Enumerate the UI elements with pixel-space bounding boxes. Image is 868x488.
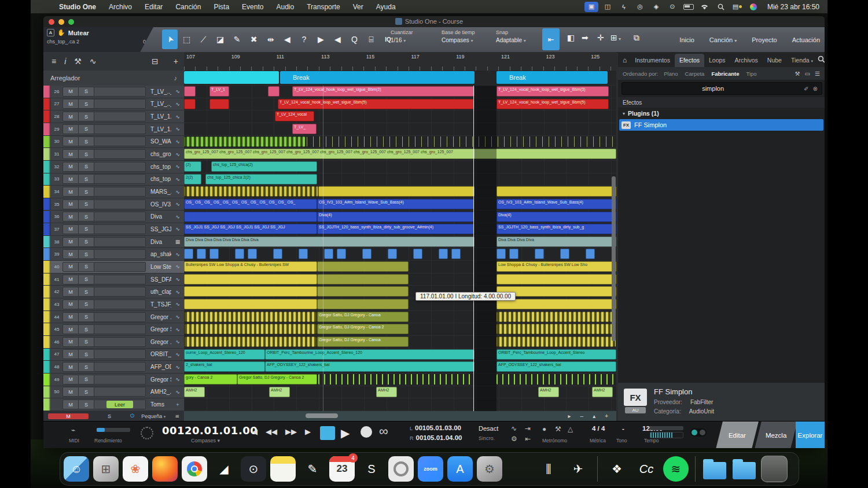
rewind-button[interactable]: ◀◀ — [266, 427, 277, 436]
horizontal-scrollbar[interactable] — [306, 413, 338, 418]
track-mute-button[interactable]: M — [62, 136, 79, 146]
audio-clip[interactable]: Gregor Satto, DJ Gregory - Canoa 2 — [237, 374, 317, 385]
track-mute-button[interactable]: M — [62, 124, 79, 134]
arrangement-area[interactable]: T_LV_1T_LV_124_vocal_hook_loop_wet_sigue… — [184, 86, 616, 411]
track-row-41[interactable]: 41MSSS_DFA_..live∿ — [43, 273, 184, 286]
notes-icon[interactable] — [270, 456, 296, 482]
track-mute-button[interactable]: M — [62, 287, 79, 297]
audio-clip[interactable]: OS_IV3_103_A#m_Island_Wave_Sub_Bass(4) — [317, 199, 475, 209]
range-tool[interactable]: ⬚ — [179, 29, 194, 49]
eraser-tool[interactable]: ◪ — [212, 29, 228, 49]
track-solo-button[interactable]: S — [79, 112, 94, 121]
audio-clip[interactable] — [184, 337, 317, 347]
track-row-46[interactable]: 46MSGregor ..noa∿ — [43, 336, 184, 349]
audio-clip[interactable]: T_LV_124_vocal — [275, 111, 314, 121]
browser-search-field[interactable]: simplon ✐ ⊗ — [621, 82, 822, 95]
track-solo-button[interactable]: S — [79, 337, 94, 347]
mezcla-page-button[interactable]: Mezcla — [755, 422, 797, 448]
track-extra-area[interactable] — [94, 237, 146, 247]
audio-clip[interactable] — [388, 249, 397, 259]
marker-in-icon[interactable]: ⇥ — [525, 424, 531, 432]
track-mute-button[interactable]: M — [62, 162, 79, 172]
audio-clip[interactable]: AMH2 — [184, 387, 205, 397]
loop-start-time[interactable]: L00105.01.03.00 — [410, 424, 461, 431]
bolt-icon[interactable]: ϟ — [617, 2, 631, 12]
sync-wave-icon[interactable]: ∿ — [511, 424, 517, 432]
zoom-tool[interactable]: Q — [347, 29, 362, 49]
inspector-icon[interactable]: i — [64, 57, 66, 66]
track-row-26[interactable]: 26MST_LV_.._Bbm∿ — [43, 86, 184, 98]
menu-item-evento[interactable]: Evento — [236, 3, 270, 11]
track-row-31[interactable]: 31MSchs_gro.._007∿ — [43, 148, 184, 161]
track-extra-area[interactable] — [94, 249, 146, 259]
track-solo-button[interactable]: S — [79, 136, 94, 146]
browser-tab-loops[interactable]: Loops — [704, 54, 730, 67]
creative-cloud-icon[interactable]: ◎ — [633, 2, 647, 12]
track-extra-area[interactable]: Leer — [94, 400, 146, 409]
page-cancion[interactable]: Canción ▾ — [709, 36, 737, 43]
track-mute-button[interactable]: M — [62, 387, 79, 397]
audio-clip[interactable]: Gregor Satto, DJ Gregory - Canoa — [317, 337, 409, 347]
screen-sharing-icon[interactable]: ▣ — [584, 2, 598, 12]
audio-clip[interactable]: OS_IV3_103_A#m_Island_Wave_Sub_Bass(4) — [496, 199, 616, 209]
audio-clip[interactable]: OS_ OS_ OS_ OS_ OS_ OS_ OS_ OS_ OS_ OS_ … — [184, 199, 317, 209]
track-row-37[interactable]: 37MSSS_JGJ..#min∿ — [43, 223, 184, 236]
audio-clip[interactable]: ourne_Loop_Accent_Stereo_120 — [184, 349, 265, 360]
paw-app-icon[interactable]: ❖ — [604, 456, 630, 482]
audio-clip[interactable] — [184, 99, 196, 109]
audio-clip[interactable]: Bullersnipes SW Low Shoppa & Chusy - Bul… — [184, 261, 317, 272]
track-row-34[interactable]: 34MSMARS_..o_A#∿ — [43, 186, 184, 198]
trash-icon[interactable] — [761, 456, 788, 482]
spotify-icon[interactable]: ≋ — [663, 456, 689, 482]
audio-clip[interactable] — [586, 249, 595, 259]
audio-clip[interactable] — [184, 286, 317, 297]
audio-clip[interactable] — [209, 99, 229, 109]
track-mute-button[interactable]: M — [62, 212, 79, 221]
browser-tab-nube[interactable]: Nube — [763, 54, 786, 67]
zoom-icon[interactable]: zoom — [418, 456, 443, 482]
track-solo-button[interactable]: S — [79, 162, 94, 172]
track-mute-button[interactable]: M — [62, 337, 79, 347]
track-row-43[interactable]: 43MST_TSJF_.._alt∿ — [43, 298, 184, 311]
scroll-right-icon[interactable]: ▸ — [568, 413, 571, 419]
add-track-button[interactable]: + — [174, 57, 178, 66]
track-mute-button[interactable]: M — [62, 199, 79, 209]
track-extra-area[interactable] — [94, 337, 146, 347]
track-row-30[interactable]: 30MSSO_WAF..kick∿ — [43, 136, 184, 149]
track-extra-area[interactable] — [94, 300, 146, 309]
menu-item-pista[interactable]: Pista — [207, 3, 236, 11]
track-row-49[interactable]: 49MSGregor S..a 2∿ — [43, 374, 184, 386]
track-solo-button[interactable]: S — [79, 287, 94, 297]
audio-clip[interactable] — [235, 249, 244, 259]
vertical-scrollbar[interactable] — [612, 176, 616, 341]
play-circle-icon[interactable]: ⊙ — [665, 2, 679, 12]
track-mute-button[interactable]: M — [62, 87, 79, 97]
forward-button[interactable]: ▶▶ — [285, 427, 297, 436]
track-row-32[interactable]: 32MSchs_top..hica∿ — [43, 161, 184, 173]
track-mute-button[interactable]: M — [62, 349, 79, 359]
audio-clip[interactable] — [317, 299, 409, 309]
zoom-out-icon[interactable]: – — [580, 413, 584, 419]
explorar-page-button[interactable]: Explorar — [796, 422, 825, 448]
track-solo-button[interactable]: S — [79, 199, 94, 209]
monitor-toggle[interactable] — [690, 428, 707, 437]
menu-item-transporte[interactable]: Transporte — [300, 3, 347, 11]
track-mute-button[interactable]: M — [62, 262, 79, 272]
calendar-icon[interactable]: 234 — [329, 456, 355, 482]
follow-icon[interactable]: ➡ — [582, 33, 589, 42]
arranger-section-break[interactable]: Break — [280, 71, 475, 84]
audio-clip[interactable] — [496, 249, 506, 259]
track-extra-area[interactable] — [94, 124, 146, 134]
track-solo-button[interactable]: S — [79, 387, 94, 397]
track-extra-area[interactable] — [94, 262, 146, 272]
clear-text-icon[interactable]: ✐ — [804, 86, 808, 92]
crosshair-icon[interactable]: ✛ — [597, 33, 604, 42]
arrow-tool[interactable]: ➤ — [162, 29, 178, 49]
loop-button[interactable]: ∞ — [379, 424, 388, 439]
audio-clip[interactable] — [299, 249, 308, 259]
ua-app-2-icon[interactable]: ✈ — [565, 456, 591, 482]
track-solo-button[interactable]: S — [79, 362, 94, 372]
dark-app-icon[interactable]: ◢ — [211, 456, 237, 482]
audio-clip[interactable] — [318, 374, 475, 385]
menu-item-editar[interactable]: Editar — [138, 3, 169, 11]
